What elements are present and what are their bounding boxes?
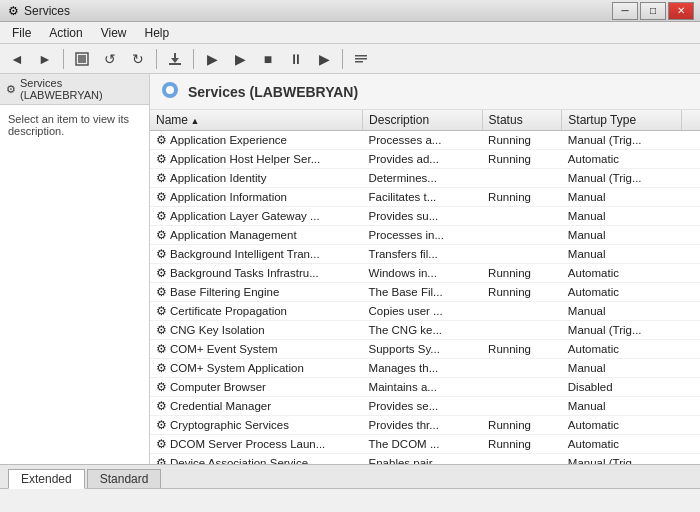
service-description: Transfers fil... bbox=[363, 245, 483, 264]
table-row[interactable]: ⚙ Base Filtering EngineThe Base Fil...Ru… bbox=[150, 283, 700, 302]
service-startup: Disabled bbox=[562, 378, 682, 397]
table-row[interactable]: ⚙ Credential ManagerProvides se...Manual bbox=[150, 397, 700, 416]
col-header-extra bbox=[681, 110, 700, 131]
service-description: Copies user ... bbox=[363, 302, 483, 321]
service-startup: Manual (Trig... bbox=[562, 169, 682, 188]
service-name: ⚙ Application Management bbox=[150, 226, 363, 245]
table-row[interactable]: ⚙ Computer BrowserMaintains a...Disabled bbox=[150, 378, 700, 397]
service-startup: Manual (Trig... bbox=[562, 131, 682, 150]
table-row[interactable]: ⚙ Application InformationFacilitates t..… bbox=[150, 188, 700, 207]
service-startup: Manual (Trig... bbox=[562, 321, 682, 340]
service-name: ⚙ Base Filtering Engine bbox=[150, 283, 363, 302]
col-header-startup[interactable]: Startup Type bbox=[562, 110, 682, 131]
title-bar: ⚙ Services ─ □ ✕ bbox=[0, 0, 700, 22]
forward-button[interactable]: ► bbox=[32, 47, 58, 71]
table-row[interactable]: ⚙ Application Host Helper Ser...Provides… bbox=[150, 150, 700, 169]
table-row[interactable]: ⚙ Device Association ServiceEnables pair… bbox=[150, 454, 700, 465]
table-row[interactable]: ⚙ Background Intelligent Tran...Transfer… bbox=[150, 245, 700, 264]
maximize-button[interactable]: □ bbox=[640, 2, 666, 20]
left-panel-header[interactable]: ⚙ Services (LABWEBRYAN) bbox=[0, 74, 149, 105]
back-button[interactable]: ◄ bbox=[4, 47, 30, 71]
service-startup: Manual bbox=[562, 359, 682, 378]
left-panel: ⚙ Services (LABWEBRYAN) Select an item t… bbox=[0, 74, 150, 464]
service-status bbox=[482, 245, 562, 264]
service-name: ⚙ Credential Manager bbox=[150, 397, 363, 416]
menu-help[interactable]: Help bbox=[137, 24, 178, 42]
service-name: ⚙ DCOM Server Process Laun... bbox=[150, 435, 363, 454]
bottom-tabs: Extended Standard bbox=[0, 464, 700, 488]
toolbar-sep-3 bbox=[193, 49, 194, 69]
table-row[interactable]: ⚙ Cryptographic ServicesProvides thr...R… bbox=[150, 416, 700, 435]
service-startup: Automatic bbox=[562, 264, 682, 283]
menu-bar: File Action View Help bbox=[0, 22, 700, 44]
services-table[interactable]: Name Description Status Startup Type ⚙ A… bbox=[150, 110, 700, 464]
table-row[interactable]: ⚙ Application Layer Gateway ...Provides … bbox=[150, 207, 700, 226]
toolbar-sep-2 bbox=[156, 49, 157, 69]
service-name: ⚙ Application Layer Gateway ... bbox=[150, 207, 363, 226]
right-panel-header: Services (LABWEBRYAN) bbox=[150, 74, 700, 110]
service-status bbox=[482, 321, 562, 340]
service-status: Running bbox=[482, 264, 562, 283]
tab-extended[interactable]: Extended bbox=[8, 469, 85, 489]
table-row[interactable]: ⚙ CNG Key IsolationThe CNG ke...Manual (… bbox=[150, 321, 700, 340]
service-description: The DCOM ... bbox=[363, 435, 483, 454]
service-status: Running bbox=[482, 435, 562, 454]
service-name: ⚙ Cryptographic Services bbox=[150, 416, 363, 435]
menu-file[interactable]: File bbox=[4, 24, 39, 42]
tab-standard[interactable]: Standard bbox=[87, 469, 162, 488]
service-startup: Manual bbox=[562, 207, 682, 226]
left-panel-description: Select an item to view its description. bbox=[8, 113, 129, 137]
table-row[interactable]: ⚙ COM+ Event SystemSupports Sy...Running… bbox=[150, 340, 700, 359]
service-name: ⚙ Background Intelligent Tran... bbox=[150, 245, 363, 264]
properties-button[interactable] bbox=[348, 47, 374, 71]
refresh-button[interactable]: ↺ bbox=[97, 47, 123, 71]
svg-rect-2 bbox=[169, 63, 181, 65]
pause-button[interactable]: ⏸ bbox=[283, 47, 309, 71]
table-row[interactable]: ⚙ Certificate PropagationCopies user ...… bbox=[150, 302, 700, 321]
table-row[interactable]: ⚙ COM+ System ApplicationManages th...Ma… bbox=[150, 359, 700, 378]
close-button[interactable]: ✕ bbox=[668, 2, 694, 20]
menu-action[interactable]: Action bbox=[41, 24, 90, 42]
service-status bbox=[482, 397, 562, 416]
service-description: Processes a... bbox=[363, 131, 483, 150]
svg-rect-7 bbox=[355, 61, 363, 63]
table-row[interactable]: ⚙ DCOM Server Process Laun...The DCOM ..… bbox=[150, 435, 700, 454]
play2-button[interactable]: ▶ bbox=[227, 47, 253, 71]
service-description: Supports Sy... bbox=[363, 340, 483, 359]
table-row[interactable]: ⚙ Background Tasks Infrastru...Windows i… bbox=[150, 264, 700, 283]
play-button[interactable]: ▶ bbox=[199, 47, 225, 71]
col-header-desc[interactable]: Description bbox=[363, 110, 483, 131]
table-row[interactable]: ⚙ Application ManagementProcesses in...M… bbox=[150, 226, 700, 245]
service-name: ⚙ COM+ Event System bbox=[150, 340, 363, 359]
service-startup: Automatic bbox=[562, 416, 682, 435]
restart-button[interactable]: ▶ bbox=[311, 47, 337, 71]
service-name: ⚙ CNG Key Isolation bbox=[150, 321, 363, 340]
export-button[interactable] bbox=[162, 47, 188, 71]
left-panel-icon: ⚙ bbox=[6, 83, 16, 96]
main-layout: ⚙ Services (LABWEBRYAN) Select an item t… bbox=[0, 74, 700, 464]
service-startup: Automatic bbox=[562, 150, 682, 169]
service-name: ⚙ Computer Browser bbox=[150, 378, 363, 397]
status-bar bbox=[0, 488, 700, 508]
service-startup: Automatic bbox=[562, 435, 682, 454]
service-startup: Manual bbox=[562, 188, 682, 207]
service-startup: Manual bbox=[562, 226, 682, 245]
refresh2-button[interactable]: ↻ bbox=[125, 47, 151, 71]
service-status bbox=[482, 207, 562, 226]
service-name: ⚙ Certificate Propagation bbox=[150, 302, 363, 321]
up-button[interactable] bbox=[69, 47, 95, 71]
minimize-button[interactable]: ─ bbox=[612, 2, 638, 20]
stop-button[interactable]: ■ bbox=[255, 47, 281, 71]
menu-view[interactable]: View bbox=[93, 24, 135, 42]
service-description: Enables pair... bbox=[363, 454, 483, 465]
service-description: Provides thr... bbox=[363, 416, 483, 435]
table-row[interactable]: ⚙ Application ExperienceProcesses a...Ru… bbox=[150, 131, 700, 150]
service-startup: Manual bbox=[562, 245, 682, 264]
col-header-name[interactable]: Name bbox=[150, 110, 363, 131]
service-status bbox=[482, 359, 562, 378]
service-description: Manages th... bbox=[363, 359, 483, 378]
service-description: Provides ad... bbox=[363, 150, 483, 169]
service-name: ⚙ COM+ System Application bbox=[150, 359, 363, 378]
col-header-status[interactable]: Status bbox=[482, 110, 562, 131]
table-row[interactable]: ⚙ Application IdentityDetermines...Manua… bbox=[150, 169, 700, 188]
